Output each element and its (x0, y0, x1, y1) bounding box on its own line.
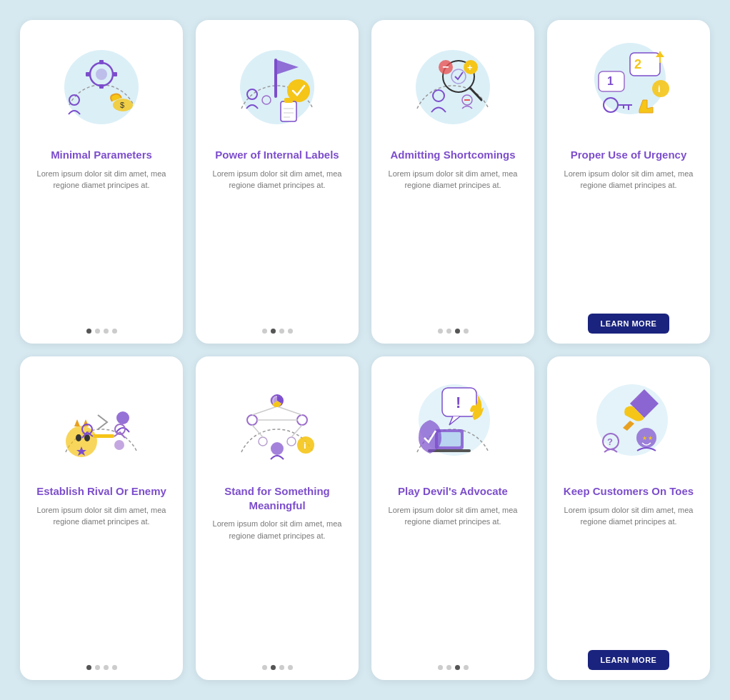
card-title-stand-for-something-meaningful: Stand for Something Meaningful (209, 484, 346, 512)
learn-more-button-customers[interactable]: LEARN MORE (588, 650, 670, 670)
svg-text:i: i (304, 440, 306, 451)
dot-4 (288, 329, 293, 334)
svg-rect-49 (93, 434, 114, 438)
card-body-minimal-parameters: Lorem ipsum dolor sit dim amet, mea regi… (33, 168, 170, 322)
dot-3 (104, 329, 109, 334)
dot-2 (446, 329, 451, 334)
dot-2 (95, 329, 100, 334)
card-title-keep-customers-on-toes: Keep Customers On Toes (564, 484, 694, 499)
svg-rect-5 (113, 72, 117, 76)
svg-rect-3 (99, 60, 104, 64)
dots-admitting-shortcomings (438, 329, 469, 334)
dots-stand-for-something-meaningful (262, 665, 293, 670)
svg-point-56 (287, 437, 296, 446)
svg-text:1: 1 (607, 75, 614, 87)
dot-4 (112, 329, 117, 334)
dot-3 (279, 329, 284, 334)
illustration-establish-rival-enemy (33, 368, 170, 479)
svg-point-44 (76, 434, 81, 441)
svg-text:i: i (658, 84, 661, 94)
svg-text:$: $ (120, 101, 124, 109)
dots-establish-rival-enemy (86, 665, 117, 670)
svg-point-2 (96, 69, 107, 80)
svg-line-57 (252, 406, 277, 415)
svg-text:−: − (442, 61, 449, 73)
svg-point-53 (247, 415, 257, 425)
card-keep-customers-on-toes: ★ ★ ? Keep Customers On Toes Lorem ipsum… (547, 356, 710, 680)
dot-2 (271, 665, 276, 670)
svg-point-47 (116, 411, 129, 424)
dot-4 (112, 665, 117, 670)
dot-3 (455, 329, 460, 334)
dot-4 (288, 665, 293, 670)
card-body-power-internal-labels: Lorem ipsum dolor sit dim amet, mea regi… (209, 168, 346, 322)
illustration-proper-use-urgency: 2 1 i (560, 31, 697, 142)
svg-text:?: ? (607, 436, 613, 447)
card-body-keep-customers-on-toes: Lorem ipsum dolor sit dim amet, mea regi… (560, 504, 697, 644)
card-establish-rival-enemy: Establish Rival Or Enemy Lorem ipsum dol… (20, 356, 183, 680)
svg-line-58 (277, 406, 302, 415)
dot-3 (455, 665, 460, 670)
card-stand-for-something-meaningful: i Stand for Something Meaningful Lorem i… (196, 356, 359, 680)
svg-point-48 (114, 440, 124, 450)
dot-1 (438, 665, 443, 670)
card-title-proper-use-urgency: Proper Use of Urgency (571, 148, 687, 162)
card-footer-proper-use-urgency: LEARN MORE (560, 314, 697, 334)
dot-1 (86, 329, 91, 334)
dot-3 (104, 665, 109, 670)
svg-point-37 (652, 80, 669, 97)
card-footer-power-internal-labels (209, 329, 346, 334)
card-footer-admitting-shortcomings (384, 329, 521, 334)
dots-play-devils-advocate (438, 665, 469, 670)
svg-text:+: + (467, 62, 473, 73)
card-play-devils-advocate: ! Play Devil's Advocate Lorem ipsum dolo… (371, 356, 534, 680)
illustration-stand-for-something-meaningful: i (209, 368, 346, 479)
dot-4 (464, 329, 469, 334)
svg-rect-11 (274, 59, 277, 98)
card-footer-play-devils-advocate (384, 665, 521, 670)
svg-text:2: 2 (634, 57, 641, 71)
svg-text:★: ★ (642, 435, 647, 441)
card-minimal-parameters: $ Minimal Parameters Lorem ipsum dolor s… (20, 20, 183, 344)
svg-rect-16 (284, 98, 293, 103)
dot-1 (262, 665, 267, 670)
card-footer-establish-rival-enemy (33, 665, 170, 670)
card-title-admitting-shortcomings: Admitting Shortcomings (391, 148, 516, 162)
svg-line-59 (252, 425, 263, 437)
illustration-keep-customers-on-toes: ★ ★ ? (560, 368, 697, 479)
card-body-admitting-shortcomings: Lorem ipsum dolor sit dim amet, mea regi… (384, 168, 521, 322)
card-body-stand-for-something-meaningful: Lorem ipsum dolor sit dim amet, mea regi… (209, 518, 346, 658)
card-body-proper-use-urgency: Lorem ipsum dolor sit dim amet, mea regi… (560, 168, 697, 307)
card-proper-use-urgency: 2 1 i Proper Use of Urgency Lorem ipsu (547, 20, 710, 344)
dot-1 (262, 329, 267, 334)
illustration-power-internal-labels (209, 31, 346, 142)
svg-line-60 (291, 425, 302, 437)
card-grid: $ Minimal Parameters Lorem ipsum dolor s… (20, 20, 710, 680)
dot-2 (95, 665, 100, 670)
dot-2 (271, 329, 276, 334)
illustration-play-devils-advocate: ! (384, 368, 521, 479)
card-title-minimal-parameters: Minimal Parameters (51, 148, 152, 162)
learn-more-button-urgency[interactable]: LEARN MORE (588, 314, 670, 334)
dot-2 (446, 665, 451, 670)
dot-3 (279, 665, 284, 670)
dot-4 (464, 665, 469, 670)
svg-rect-4 (99, 84, 104, 89)
svg-rect-6 (86, 72, 90, 76)
dots-power-internal-labels (262, 329, 293, 334)
svg-point-55 (259, 437, 267, 446)
illustration-admitting-shortcomings: + − (384, 31, 521, 142)
card-title-establish-rival-enemy: Establish Rival Or Enemy (36, 484, 166, 499)
dot-1 (86, 665, 91, 670)
card-power-internal-labels: Power of Internal Labels Lorem ipsum dol… (196, 20, 359, 344)
dot-1 (438, 329, 443, 334)
card-body-establish-rival-enemy: Lorem ipsum dolor sit dim amet, mea regi… (33, 504, 170, 659)
card-admitting-shortcomings: + − Admitting Shortcomings Lorem ipsum d… (371, 20, 534, 344)
card-footer-stand-for-something-meaningful (209, 665, 346, 670)
dots-minimal-parameters (86, 329, 117, 334)
illustration-minimal-parameters: $ (33, 31, 170, 142)
card-title-power-internal-labels: Power of Internal Labels (215, 148, 339, 162)
svg-rect-15 (281, 101, 296, 121)
svg-point-54 (297, 415, 307, 425)
card-body-play-devils-advocate: Lorem ipsum dolor sit dim amet, mea regi… (384, 504, 521, 659)
